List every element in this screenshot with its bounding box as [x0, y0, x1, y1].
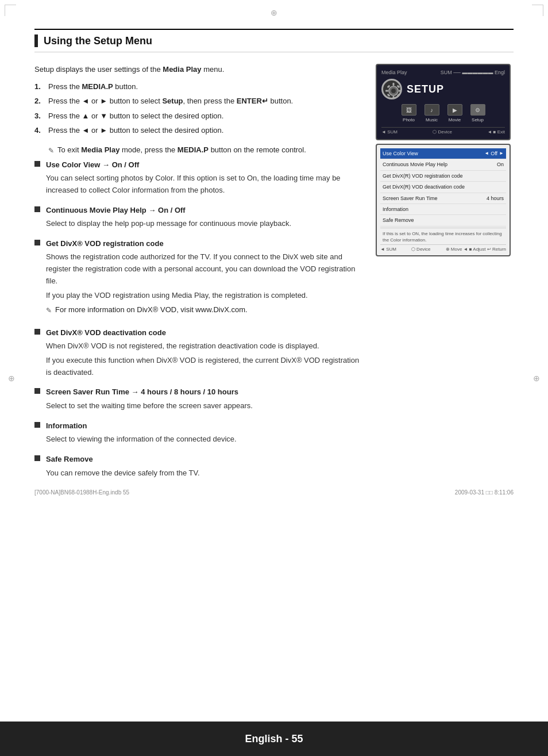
svg-rect-4 — [385, 90, 388, 92]
bullet-title-7: Safe Remove — [46, 454, 364, 465]
music-icon-box: ♪ — [424, 104, 439, 116]
svg-point-1 — [391, 89, 396, 93]
step-num-4: 4. — [34, 125, 45, 136]
bullet-divx-reg: Get DivX® VOD registration code Shows th… — [34, 238, 364, 319]
bullet-content-5: Screen Saver Run Time → 4 hours / 8 hour… — [46, 386, 364, 412]
music-label: Music — [426, 117, 438, 122]
photo-label: Photo — [403, 117, 415, 122]
arrow-left-icon: ◄ — [484, 150, 489, 158]
tv-bottom-right-1: ◄ ■ Exit — [487, 129, 505, 135]
intro-paragraph: Setup displays the user settings of the … — [34, 64, 364, 75]
print-info: [7000-NA]BN68-01988H-Eng.indb 55 2009-03… — [34, 489, 514, 496]
tv-setup-icon-row: SETUP — [381, 79, 505, 99]
tv-sum: SUM ── ▬▬▬▬▬▬ Engl — [441, 70, 505, 75]
step-num-1: 1. — [34, 81, 45, 93]
bullet-body-5: Select to set the waiting time before th… — [46, 400, 364, 412]
tv-bottom-mid-1: ⬡ Device — [433, 129, 452, 135]
bullet-content-4: Get DivX® VOD deactivation code When Div… — [46, 327, 364, 379]
bullet-use-color-view: Use Color View → On / Off You can select… — [34, 159, 364, 197]
info-label: Information — [383, 205, 408, 213]
divx-reg-note-icon: ✎ — [46, 305, 52, 316]
divx-deact-label: Get DivX(R) VOD deactivation code — [383, 183, 465, 191]
bullet-body-6: Select to viewing the information of the… — [46, 433, 364, 446]
setup-menu-row-divx-deact: Get DivX(R) VOD deactivation code — [380, 182, 506, 193]
tv-title: Media Play — [381, 70, 407, 75]
note-item: ✎ To exit Media Play mode, press the MED… — [48, 144, 364, 156]
svg-rect-5 — [399, 90, 402, 92]
step-2: 2. Press the ◄ or ► button to select Set… — [34, 95, 364, 107]
svg-rect-2 — [393, 83, 395, 86]
divx-reg-label: Get DivX(R) VOD registration code — [383, 172, 463, 180]
screen-images: Media Play SUM ── ▬▬▬▬▬▬ Engl — [376, 64, 514, 256]
bullet-information: Information Select to viewing the inform… — [34, 420, 364, 446]
step-text-2: Press the ◄ or ► button to select Setup,… — [48, 95, 293, 107]
divx-reg-note-text: For more information on DivX® VOD, visit… — [55, 304, 248, 316]
setup-menu-row-screensaver: Screen Saver Run Time 4 hours — [380, 193, 506, 204]
media-icon-setup: ⚙ Setup — [470, 104, 485, 122]
setup-menu-row-divx-reg: Get DivX(R) VOD registration code — [380, 171, 506, 182]
bullet-body-4b: If you execute this function when DivX® … — [46, 355, 364, 379]
setup-menu-row-color-view: Use Color View ◄ Off ► — [380, 148, 506, 159]
bullet-square-5 — [34, 388, 40, 394]
setup-menu-note: If this is set to ON, the loading time i… — [380, 228, 506, 244]
print-info-right: 2009-03-31 □□ 8:11:06 — [455, 489, 514, 496]
left-column: Setup displays the user settings of the … — [34, 64, 364, 487]
setup-menu-row-info: Information — [380, 204, 506, 215]
right-column: Media Play SUM ── ▬▬▬▬▬▬ Engl — [376, 64, 514, 487]
bullet-square-2 — [34, 206, 40, 212]
two-column-layout: Setup displays the user settings of the … — [34, 64, 514, 487]
step-3: 3. Press the ▲ or ▼ button to select the… — [34, 110, 364, 122]
bullet-safe-remove: Safe Remove You can remove the device sa… — [34, 454, 364, 479]
bullet-content-7: Safe Remove You can remove the device sa… — [46, 454, 364, 479]
bullet-content-1: Use Color View → On / Off You can select… — [46, 159, 364, 197]
continuous-value: On — [497, 160, 504, 168]
step-num-3: 3. — [34, 110, 45, 122]
movie-icon-box: ▶ — [447, 104, 462, 116]
bullet-screen-saver: Screen Saver Run Time → 4 hours / 8 hour… — [34, 386, 364, 412]
menu-bottom-right: ⊕ Move ◄ ■ Adjust ↩ Return — [446, 247, 506, 252]
media-icon-photo: 🖼 Photo — [402, 104, 416, 122]
setup-icon-box: ⚙ — [470, 104, 485, 116]
bullet-divx-deact: Get DivX® VOD deactivation code When Div… — [34, 327, 364, 379]
safe-remove-label: Safe Remove — [383, 216, 414, 224]
bullet-title-2: Continuous Movie Play Help → On / Off — [46, 205, 364, 216]
bullet-title-4: Get DivX® VOD deactivation code — [46, 327, 364, 339]
media-icon-music: ♪ Music — [424, 104, 439, 122]
bullet-title-1: Use Color View → On / Off — [46, 159, 364, 171]
bullet-continuous-movie: Continuous Movie Play Help → On / Off Se… — [34, 205, 364, 230]
bullet-content-6: Information Select to viewing the inform… — [46, 420, 364, 446]
menu-bottom-left: ◄ SUM — [380, 247, 396, 252]
bullet-title-3: Get DivX® VOD registration code — [46, 238, 364, 250]
page-footer: English - 55 — [0, 722, 548, 756]
footer-badge: English - 55 — [227, 727, 320, 751]
setup-menu-row-continuous: Continuous Movie Play Help On — [380, 159, 506, 170]
step-text-1: Press the MEDIA.P button. — [48, 81, 138, 93]
bullet-body-3b: If you play the VOD registration using M… — [46, 290, 364, 302]
svg-rect-3 — [393, 96, 395, 99]
section-heading: Using the Setup Menu — [34, 29, 514, 52]
note-icon: ✎ — [48, 145, 54, 156]
movie-label: Movie — [449, 117, 461, 122]
steps-list: 1. Press the MEDIA.P button. 2. Press th… — [34, 81, 364, 136]
gear-icon — [381, 79, 402, 99]
bullet-title-5: Screen Saver Run Time → 4 hours / 8 hour… — [46, 386, 364, 398]
bullet-body-2: Select to display the help pop-up messag… — [46, 218, 364, 230]
photo-icon-box: 🖼 — [402, 104, 416, 116]
tv-top-bar: Media Play SUM ── ▬▬▬▬▬▬ Engl — [381, 70, 505, 75]
bullet-square-4 — [34, 329, 40, 335]
heading-bar — [34, 34, 38, 47]
continuous-label: Continuous Movie Play Help — [383, 160, 447, 168]
bullet-square-1 — [34, 161, 40, 167]
bullet-title-6: Information — [46, 420, 364, 432]
step-text-4: Press the ◄ or ► button to select the de… — [48, 125, 223, 136]
note-text: To exit Media Play mode, press the MEDIA… — [57, 144, 306, 156]
bullet-content-2: Continuous Movie Play Help → On / Off Se… — [46, 205, 364, 230]
tv-bottom-bar-1: ◄ SUM ⬡ Device ◄ ■ Exit — [381, 127, 505, 135]
media-icon-movie: ▶ Movie — [447, 104, 462, 122]
bullet-body-7: You can remove the device safely from th… — [46, 467, 364, 479]
print-info-left: [7000-NA]BN68-01988H-Eng.indb 55 — [34, 489, 129, 496]
screensaver-value: 4 hours — [487, 194, 504, 202]
step-text-3: Press the ▲ or ▼ button to select the de… — [48, 110, 223, 122]
step-4: 4. Press the ◄ or ► button to select the… — [34, 125, 364, 136]
setup-icon-label: Setup — [472, 117, 484, 122]
